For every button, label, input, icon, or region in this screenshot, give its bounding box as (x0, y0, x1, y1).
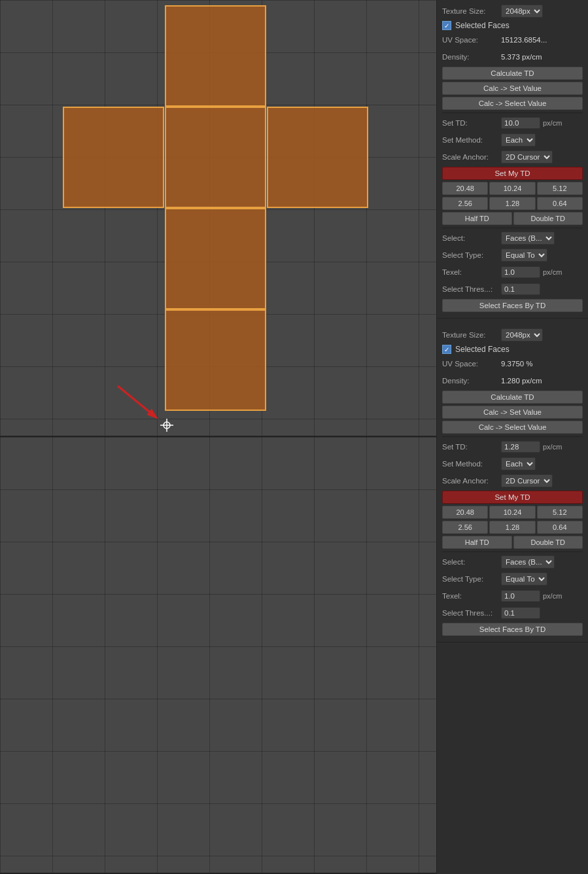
set-td-input-bot[interactable] (501, 441, 540, 453)
bottom-uv-viewport[interactable] (0, 437, 436, 874)
density-label-top: Density: (442, 53, 501, 61)
btn-1-28-top[interactable]: 1.28 (489, 197, 535, 210)
top-uv-viewport[interactable] (0, 0, 436, 437)
top-panel-section: Texture Size: 2048px 1024px 4096px Selec… (437, 0, 588, 319)
uv-space-label-bot: UV Space: (442, 360, 501, 368)
select-select-bot[interactable]: Faces (B... (501, 555, 555, 568)
selected-faces-row-top: Selected Faces (442, 21, 583, 30)
set-td-label-top: Set TD: (442, 119, 501, 127)
calc-select-btn-bot[interactable]: Calc -> Select Value (442, 421, 583, 434)
half-double-row-bot: Half TD Double TD (442, 536, 583, 549)
set-method-select-top[interactable]: Each All (501, 133, 536, 147)
texture-size-select-bot[interactable]: 2048px 1024px 4096px (501, 328, 543, 341)
btn-1-28-bot[interactable]: 1.28 (489, 521, 535, 534)
set-my-td-btn-top[interactable]: Set My TD (442, 167, 583, 180)
double-td-btn-top[interactable]: Double TD (513, 212, 583, 225)
btn-10-24-bot[interactable]: 10.24 (489, 506, 535, 519)
selected-faces-checkbox-top[interactable] (442, 21, 451, 30)
set-my-td-btn-bot[interactable]: Set My TD (442, 491, 583, 504)
select-label-top: Select: (442, 234, 501, 242)
uv-face-mid-left (63, 107, 164, 208)
right-panel: Texture Size: 2048px 1024px 4096px Selec… (437, 0, 588, 874)
divider-4 (442, 551, 583, 552)
density-label-bot: Density: (442, 377, 501, 385)
selected-faces-checkbox-bot[interactable] (442, 345, 451, 354)
texture-size-label-bot: Texture Size: (442, 331, 501, 339)
half-td-btn-bot[interactable]: Half TD (442, 536, 512, 549)
select-label-bot: Select: (442, 558, 501, 566)
select-row-bot: Select: Faces (B... (442, 555, 583, 569)
calc-set-btn-bot[interactable]: Calc -> Set Value (442, 406, 583, 419)
texture-size-row-top: Texture Size: 2048px 1024px 4096px (442, 4, 583, 18)
uv-grid-bottom (0, 437, 436, 873)
btn-20-48-top[interactable]: 20.48 (442, 182, 488, 195)
texel-input-bot[interactable] (501, 590, 540, 602)
density-value-bot: 1.280 px/cm (501, 377, 542, 385)
set-method-row-top: Set Method: Each All (442, 133, 583, 147)
select-type-label-bot: Select Type: (442, 575, 501, 583)
uv-cursor-top (160, 419, 173, 434)
uv-face-mid-right (267, 107, 368, 208)
select-type-row-top: Select Type: Equal To (442, 248, 583, 262)
uv-face-top (165, 5, 266, 107)
texture-size-label-top: Texture Size: (442, 7, 501, 15)
btn-2-56-bot[interactable]: 2.56 (442, 521, 488, 534)
texel-row-bot: Texel: px/cm (442, 589, 583, 603)
density-value-top: 5.373 px/cm (501, 53, 542, 61)
scale-anchor-label-bot: Scale Anchor: (442, 477, 501, 485)
set-td-label-bot: Set TD: (442, 443, 501, 451)
btn-5-12-top[interactable]: 5.12 (537, 182, 583, 195)
select-thres-label-bot: Select Thres...: (442, 609, 501, 617)
double-td-btn-bot[interactable]: Double TD (513, 536, 583, 549)
texture-size-select-top[interactable]: 2048px 1024px 4096px (501, 5, 543, 18)
half-td-btn-top[interactable]: Half TD (442, 212, 512, 225)
btn-0-64-top[interactable]: 0.64 (537, 197, 583, 210)
calc-select-btn-top[interactable]: Calc -> Select Value (442, 97, 583, 110)
texel-unit-top: px/cm (543, 268, 562, 276)
set-method-row-bot: Set Method: Each All (442, 457, 583, 471)
select-thres-row-bot: Select Thres...: (442, 606, 583, 620)
select-type-row-bot: Select Type: Equal To (442, 572, 583, 586)
select-thres-row-top: Select Thres...: (442, 282, 583, 296)
half-double-row-top: Half TD Double TD (442, 212, 583, 225)
set-td-unit-top: px/cm (543, 119, 562, 127)
select-faces-td-btn-bot[interactable]: Select Faces By TD (442, 623, 583, 636)
uv-space-row-top: UV Space: 15123.6854... (442, 33, 583, 47)
select-thres-input-bot[interactable] (501, 607, 540, 619)
divider-3 (442, 436, 583, 437)
scale-anchor-select-top[interactable]: 2D Cursor Center (501, 150, 553, 164)
calc-td-btn-top[interactable]: Calculate TD (442, 67, 583, 80)
select-thres-input-top[interactable] (501, 283, 540, 295)
btn-0-64-bot[interactable]: 0.64 (537, 521, 583, 534)
texel-label-bot: Texel: (442, 592, 501, 600)
select-faces-td-btn-top[interactable]: Select Faces By TD (442, 299, 583, 312)
select-type-select-top[interactable]: Equal To (501, 249, 547, 262)
select-select-top[interactable]: Faces (B... (501, 232, 555, 245)
selected-faces-row-bot: Selected Faces (442, 345, 583, 354)
btn-20-48-bot[interactable]: 20.48 (442, 506, 488, 519)
select-row-top: Select: Faces (B... (442, 231, 583, 245)
set-method-label-bot: Set Method: (442, 460, 501, 468)
btn-10-24-top[interactable]: 10.24 (489, 182, 535, 195)
calc-td-btn-bot[interactable]: Calculate TD (442, 391, 583, 404)
scale-anchor-row-bot: Scale Anchor: 2D Cursor Center (442, 474, 583, 488)
uv-space-label-top: UV Space: (442, 36, 501, 44)
select-type-select-bot[interactable]: Equal To (501, 572, 547, 586)
divider-1 (442, 113, 583, 113)
calc-set-btn-top[interactable]: Calc -> Set Value (442, 82, 583, 95)
btn-5-12-bot[interactable]: 5.12 (537, 506, 583, 519)
divider-2 (442, 228, 583, 228)
uv-space-value-top: 15123.6854... (501, 36, 547, 44)
scale-anchor-select-bot[interactable]: 2D Cursor Center (501, 474, 553, 487)
density-row-bot: Density: 1.280 px/cm (442, 374, 583, 388)
set-td-input-top[interactable] (501, 117, 540, 129)
texel-label-top: Texel: (442, 268, 501, 276)
set-method-select-bot[interactable]: Each All (501, 457, 536, 470)
texel-input-top[interactable] (501, 266, 540, 278)
quick-btns-row1-bot: 20.48 10.24 5.12 (442, 506, 583, 519)
uv-space-row-bot: UV Space: 9.3750 % (442, 357, 583, 371)
uv-face-bottom-lower (165, 309, 266, 411)
scale-anchor-label-top: Scale Anchor: (442, 153, 501, 161)
bottom-panel-section: Texture Size: 2048px 1024px 4096px Selec… (437, 324, 588, 642)
btn-2-56-top[interactable]: 2.56 (442, 197, 488, 210)
